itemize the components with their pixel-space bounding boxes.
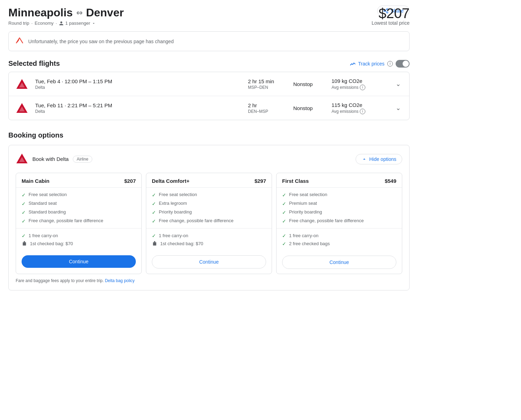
booking-options-title: Booking options	[8, 131, 410, 139]
flight-row: Tue, Feb 4 · 12:00 PM – 1:15 PM Delta 2 …	[9, 72, 409, 96]
check-icon: ✓	[282, 233, 286, 239]
flight-duration-2: 2 hr DEN–MSP	[248, 102, 286, 114]
bag-item-1-1: 1st checked bag: $70	[152, 241, 266, 246]
flight-co2-1: 109 kg CO2e	[332, 78, 387, 84]
flight-expand-button-1[interactable]: ⌄	[394, 79, 402, 89]
bag-item-2-1: ✓ 2 free checked bags	[282, 241, 396, 247]
track-prices-toggle[interactable]	[396, 60, 410, 68]
fare-card-main-cabin: Main Cabin $207 ✓ Free seat selection ✓ …	[16, 173, 142, 274]
fare-price-2: $549	[385, 178, 396, 184]
check-icon: ✓	[22, 210, 26, 215]
check-icon: ✓	[22, 218, 26, 224]
flight-stop-2: Nonstop	[293, 105, 325, 111]
price-label: Lowest total price	[372, 20, 410, 26]
track-info-icon[interactable]: i	[387, 61, 393, 67]
track-prices-button[interactable]: Track prices	[350, 61, 384, 67]
fare-feature-2-1: ✓ Premium seat	[282, 201, 396, 207]
flight-time-2: Tue, Feb 11 · 2:21 PM – 5:21 PM	[35, 102, 241, 108]
svg-rect-11	[23, 242, 26, 246]
flight-airline-2: Delta	[35, 109, 241, 114]
fare-price-0: $207	[124, 178, 136, 184]
passenger-icon	[59, 21, 64, 26]
bag-item-0-1: 1st checked bag: $70	[22, 241, 136, 246]
fare-card-comfort-plus: Delta Comfort+ $297 ✓ Free seat selectio…	[146, 173, 272, 274]
total-price: $207	[372, 6, 410, 20]
svg-rect-14	[153, 242, 156, 246]
check-icon: ✓	[282, 210, 286, 215]
flight-route-2: DEN–MSP	[248, 109, 286, 114]
chevron-down-icon	[92, 21, 96, 25]
check-icon: ✓	[282, 218, 286, 224]
continue-button-main-cabin[interactable]: Continue	[22, 255, 136, 268]
passenger-button[interactable]: 1 passenger	[59, 21, 96, 26]
flight-expand-button-2[interactable]: ⌄	[394, 103, 402, 113]
flights-card: Tue, Feb 4 · 12:00 PM – 1:15 PM Delta 2 …	[8, 72, 410, 120]
emissions-info-icon-2[interactable]: i	[360, 109, 365, 114]
booking-airline-info: Book with Delta Airline	[16, 152, 92, 166]
check-icon: ✓	[152, 192, 156, 198]
check-icon: ✓	[22, 233, 26, 239]
fare-feature-0-1: ✓ Standard seat	[22, 201, 136, 207]
airline-tag: Airline	[73, 156, 92, 163]
fare-feature-2-0: ✓ Free seat selection	[282, 192, 396, 198]
booking-card: Book with Delta Airline Hide options Mai…	[8, 145, 410, 290]
flight-time-1: Tue, Feb 4 · 12:00 PM – 1:15 PM	[35, 78, 241, 84]
fare-name-0: Main Cabin	[22, 178, 49, 184]
price-change-alert: Unfortunately, the price you saw on the …	[8, 31, 410, 51]
continue-button-comfort-plus[interactable]: Continue	[152, 255, 266, 269]
flight-hours-1: 12:00 PM – 1:15 PM	[65, 78, 112, 84]
bag-item-1-0: ✓ 1 free carry-on	[152, 233, 266, 239]
booking-airline-name: Book with Delta	[32, 156, 69, 162]
delta-logo-1	[16, 78, 28, 90]
delta-bag-policy-link[interactable]: Delta bag policy	[105, 278, 134, 283]
footer-note: Fare and baggage fees apply to your enti…	[16, 278, 402, 283]
track-prices-container: Track prices i	[350, 60, 410, 68]
route-title: Minneapolis ⇔ Denver	[8, 6, 124, 19]
check-icon: ✓	[22, 192, 26, 198]
fare-feature-0-0: ✓ Free seat selection	[22, 192, 136, 198]
fare-features-2: ✓ Free seat selection ✓ Premium seat ✓ P…	[277, 188, 402, 228]
fare-name-1: Delta Comfort+	[152, 178, 189, 184]
flight-avg-2: Avg emissions i	[332, 109, 387, 114]
continue-button-first-class[interactable]: Continue	[282, 256, 396, 269]
flight-airline-1: Delta	[35, 85, 241, 90]
flight-row-2: Tue, Feb 11 · 2:21 PM – 5:21 PM Delta 2 …	[9, 96, 409, 120]
hide-options-button[interactable]: Hide options	[356, 154, 402, 164]
alert-message: Unfortunately, the price you saw on the …	[28, 39, 174, 44]
flight-avg-1: Avg emissions i	[332, 85, 387, 90]
flight-info-2: Tue, Feb 11 · 2:21 PM – 5:21 PM Delta	[35, 102, 241, 114]
emissions-info-icon-1[interactable]: i	[360, 85, 365, 90]
flight-duration-main-1: 2 hr 15 min	[248, 78, 286, 84]
route-from: Minneapolis	[8, 6, 73, 19]
flight-route-1: MSP–DEN	[248, 85, 286, 90]
flight-emissions-1: 109 kg CO2e Avg emissions i	[332, 78, 387, 90]
route-arrow-icon: ⇔	[76, 8, 83, 17]
alert-icon	[16, 37, 23, 46]
fare-baggage-0: ✓ 1 free carry-on 1st checked bag: $70	[16, 228, 141, 250]
track-prices-label: Track prices	[358, 61, 384, 67]
flight-duration-main-2: 2 hr	[248, 102, 286, 108]
fare-baggage-1: ✓ 1 free carry-on 1st checked bag: $70	[146, 228, 272, 250]
fare-feature-0-2: ✓ Standard boarding	[22, 209, 136, 215]
fare-features-0: ✓ Free seat selection ✓ Standard seat ✓ …	[16, 188, 141, 228]
cabin-class: Economy	[35, 21, 54, 26]
check-icon: ✓	[152, 218, 156, 224]
track-icon	[350, 61, 356, 67]
fare-features-1: ✓ Free seat selection ✓ Extra legroom ✓ …	[146, 188, 272, 228]
fare-name-2: First Class	[282, 178, 309, 184]
fare-baggage-2: ✓ 1 free carry-on ✓ 2 free checked bags	[277, 228, 402, 251]
fare-cards: Main Cabin $207 ✓ Free seat selection ✓ …	[16, 173, 402, 274]
check-icon: ✓	[152, 210, 156, 215]
luggage-icon	[22, 241, 27, 246]
meta-dot-1: ·	[31, 21, 33, 26]
check-icon: ✓	[152, 201, 156, 207]
route-to: Denver	[86, 6, 124, 19]
flight-stop-1: Nonstop	[293, 81, 325, 87]
fare-feature-0-3: ✓ Free change, possible fare difference	[22, 218, 136, 224]
trip-type: Round trip	[8, 21, 29, 26]
flight-co2-2: 115 kg CO2e	[332, 102, 387, 108]
fare-feature-2-2: ✓ Priority boarding	[282, 209, 396, 215]
fare-feature-1-1: ✓ Extra legroom	[152, 201, 266, 207]
flight-hours-2: 2:21 PM – 5:21 PM	[68, 102, 112, 108]
flight-info-1: Tue, Feb 4 · 12:00 PM – 1:15 PM Delta	[35, 78, 241, 90]
